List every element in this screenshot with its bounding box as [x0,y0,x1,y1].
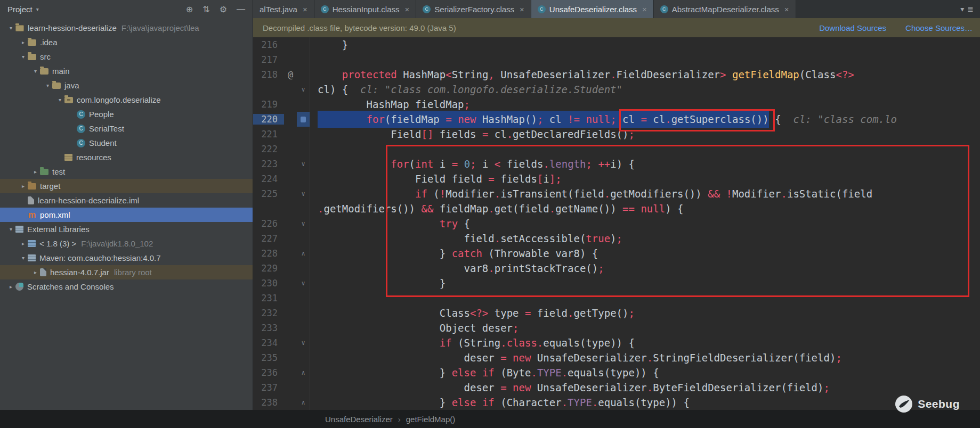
tab-abstractmapdeserializer-class[interactable]: AbstractMapDeserializer.class× [654,0,796,18]
code-text[interactable]: } else if (Character.TYPE.equals(type)) … [310,395,690,410]
code-text[interactable]: cl) { cl: "class com.longofo.deserialize… [310,82,622,97]
tab-serializerfactory-class[interactable]: SerializerFactory.class× [416,0,531,18]
expand-arrow-icon[interactable]: ▾ [19,255,28,261]
line-number[interactable]: 238 [253,397,284,408]
line-number[interactable]: 232 [253,308,284,318]
line-number[interactable]: 230 [253,278,284,289]
line-number[interactable]: 227 [253,233,284,244]
code-text[interactable]: .getModifiers()) && fieldMap.get(field.g… [310,201,683,216]
line-number[interactable]: 236 [253,367,284,378]
code-text[interactable]: field.setAccessible(true); [310,231,622,246]
fold-icon[interactable]: ∧ [297,365,310,380]
code-editor[interactable]: 216 }217218@ protected HashMap<String, U… [253,37,980,410]
line-number[interactable]: 223 [253,159,284,169]
expand-arrow-icon[interactable]: ▾ [6,226,15,232]
code-text[interactable]: protected HashMap<String, UnsafeDeserial… [310,67,854,82]
fold-icon[interactable]: ∨ [297,216,310,231]
sort-icon[interactable]: ⇅ [203,4,209,14]
code-text[interactable]: } [310,276,446,291]
code-text[interactable]: } else if (Byte.TYPE.equals(type)) { [310,365,659,380]
fold-icon[interactable] [297,112,310,127]
tree-item-src[interactable]: ▾src [0,50,253,64]
choose-sources-link[interactable]: Choose Sources… [905,23,973,32]
code-text[interactable]: Field field = fields[i]; [310,171,562,186]
line-number[interactable]: 219 [253,99,284,110]
tab-close-icon[interactable]: × [303,5,307,14]
tab-hessianinput-class[interactable]: HessianInput.class× [314,0,417,18]
tab-unsafedeserializer-class[interactable]: UnsafeDeserializer.class× [531,0,654,18]
code-text[interactable]: for(int i = 0; i < fields.length; ++i) { [310,157,635,171]
breadcrumb-item-getfieldmap[interactable]: getFieldMap() [406,415,456,424]
tree-item-maven-com-caucho-hessian-4-0-7[interactable]: ▾Maven: com.caucho:hessian:4.0.7 [0,251,253,265]
code-text[interactable]: if (String.class.equals(type)) { [310,335,635,350]
code-text[interactable]: for(fieldMap = new HashMap(); cl != null… [310,112,897,127]
line-number[interactable]: 220 [253,114,284,125]
line-number[interactable]: 222 [253,144,284,154]
code-text[interactable]: HashMap fieldMap; [310,97,470,112]
line-number[interactable]: 226 [253,218,284,229]
line-number[interactable]: 225 [253,188,284,199]
tab-dropdown-icon[interactable]: ▾ [960,5,964,13]
code-text[interactable]: Field[] fields = cl.getDeclaredFields(); [310,127,635,142]
tree-item-idea[interactable]: ▸.idea [0,35,253,50]
gutter-annotation[interactable]: @ [284,69,297,80]
tree-item-com-longofo-deserialize[interactable]: ▾com.longofo.deserialize [0,93,253,107]
fold-icon[interactable]: ∨ [297,276,310,291]
line-number[interactable]: 235 [253,352,284,363]
collapse-arrow-icon[interactable]: ▸ [31,169,40,175]
code-text[interactable]: var8.printStackTrace(); [310,261,604,276]
tree-item-pom-xml[interactable]: pom.xml [0,208,253,222]
tree-item-scratches-and-consoles[interactable]: ▸Scratches and Consoles [0,279,253,294]
tree-item-serialtest[interactable]: SerialTest [0,121,253,136]
tab-close-icon[interactable]: × [784,5,789,14]
code-text[interactable]: } [310,37,348,52]
tree-item-target[interactable]: ▸target [0,179,253,193]
tree-item-test[interactable]: ▸test [0,164,253,179]
breadcrumb-item-unsafedeserializer[interactable]: UnsafeDeserializer [325,415,393,424]
tree-item-people[interactable]: People [0,107,253,121]
code-text[interactable]: } catch (Throwable var8) { [310,246,598,261]
tab-altest-java[interactable]: alTest.java× [253,0,314,18]
expand-arrow-icon[interactable]: ▾ [31,68,40,74]
collapse-arrow-icon[interactable]: ▸ [6,284,15,290]
project-panel-title[interactable]: Project [7,5,33,14]
fold-icon[interactable]: ∧ [297,246,310,261]
code-text[interactable]: deser = new UnsafeDeserializer.StringFie… [310,350,842,365]
line-number[interactable]: 229 [253,263,284,274]
tab-close-icon[interactable]: × [642,5,647,14]
line-number[interactable]: 233 [253,323,284,333]
code-text[interactable]: Object deser; [310,320,519,335]
line-number[interactable]: 224 [253,174,284,184]
tree-item-learn-hession-deserialize[interactable]: ▾learn-hession-deserializeF:\java\javapr… [0,21,253,35]
hide-panel-icon[interactable]: — [237,4,245,14]
expand-arrow-icon[interactable]: ▾ [6,25,15,31]
settings-gear-icon[interactable]: ⚙ [220,4,227,14]
line-number[interactable]: 216 [253,39,284,50]
fold-icon[interactable]: ∧ [297,395,310,410]
fold-icon[interactable]: ∨ [297,335,310,350]
expand-arrow-icon[interactable]: ▾ [43,83,52,88]
fold-icon[interactable]: ∨ [297,82,310,97]
tree-item-java[interactable]: ▾java [0,78,253,93]
tree-item-student[interactable]: Student [0,136,253,150]
tree-item-hessian-4-0-7-jar[interactable]: ▸hessian-4.0.7.jarlibrary root [0,265,253,279]
line-number[interactable]: 218 [253,69,284,80]
line-number[interactable]: 217 [253,54,284,65]
line-number[interactable]: 231 [253,293,284,303]
locate-icon[interactable]: ⊕ [186,4,193,14]
tree-item-1-8-3[interactable]: ▸< 1.8 (3) >F:\java\jdk1.8.0_102 [0,236,253,251]
line-number[interactable]: 228 [253,248,284,259]
code-text[interactable]: try { [310,216,470,231]
line-number[interactable]: 237 [253,382,284,393]
line-number[interactable]: 234 [253,338,284,348]
collapse-arrow-icon[interactable]: ▸ [19,241,28,246]
tree-item-external-libraries[interactable]: ▾External Libraries [0,222,253,236]
tree-item-learn-hession-deserialize-iml[interactable]: learn-hession-deserialize.iml [0,193,253,208]
tab-close-icon[interactable]: × [520,5,524,14]
chevron-down-icon[interactable]: ▾ [36,6,39,12]
line-number[interactable]: 221 [253,129,284,139]
tab-close-icon[interactable]: × [405,5,410,14]
code-text[interactable]: if (!Modifier.isTransient(field.getModif… [310,186,872,201]
expand-arrow-icon[interactable]: ▾ [55,97,64,103]
code-text[interactable]: deser = new UnsafeDeserializer.ByteField… [310,380,830,395]
